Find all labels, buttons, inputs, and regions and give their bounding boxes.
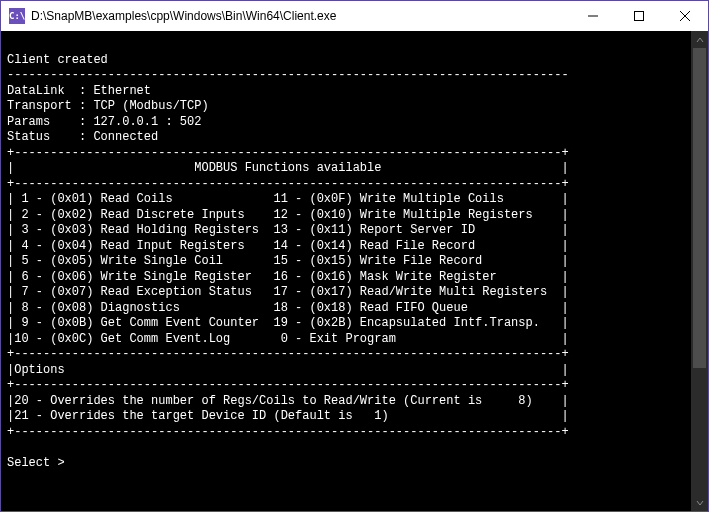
console-line: +---------------------------------------…: [7, 425, 569, 439]
console-line: | 7 - (0x07) Read Exception Status 17 - …: [7, 285, 569, 299]
close-button[interactable]: [662, 1, 708, 31]
console-line: | 1 - (0x01) Read Coils 11 - (0x0F) Writ…: [7, 192, 569, 206]
console-output[interactable]: Client created -------------------------…: [1, 31, 691, 511]
console-line: | 3 - (0x03) Read Holding Registers 13 -…: [7, 223, 569, 237]
console-line: | 9 - (0x0B) Get Comm Event Counter 19 -…: [7, 316, 569, 330]
client-area: Client created -------------------------…: [1, 31, 708, 511]
console-prompt: Select >: [7, 456, 72, 470]
console-line: | MODBUS Functions available |: [7, 161, 569, 175]
maximize-button[interactable]: [616, 1, 662, 31]
console-line: +---------------------------------------…: [7, 146, 569, 160]
minimize-icon: [588, 11, 598, 21]
console-line: Status : Connected: [7, 130, 158, 144]
console-line: | 5 - (0x05) Write Single Coil 15 - (0x1…: [7, 254, 569, 268]
minimize-button[interactable]: [570, 1, 616, 31]
svg-rect-1: [635, 12, 644, 21]
vertical-scrollbar[interactable]: [691, 31, 708, 511]
console-line: |Options |: [7, 363, 569, 377]
scroll-down-button[interactable]: [691, 494, 708, 511]
chevron-up-icon: [696, 36, 704, 44]
app-icon: C:\: [9, 8, 25, 24]
console-line: Client created: [7, 53, 108, 67]
scroll-up-button[interactable]: [691, 31, 708, 48]
console-line: +---------------------------------------…: [7, 347, 569, 361]
maximize-icon: [634, 11, 644, 21]
chevron-down-icon: [696, 499, 704, 507]
console-line: ----------------------------------------…: [7, 68, 569, 82]
console-line: +---------------------------------------…: [7, 177, 569, 191]
console-line: | 2 - (0x02) Read Discrete Inputs 12 - (…: [7, 208, 569, 222]
console-line: +---------------------------------------…: [7, 378, 569, 392]
app-window: C:\ D:\SnapMB\examples\cpp\Windows\Bin\W…: [0, 0, 709, 512]
console-line: | 8 - (0x08) Diagnostics 18 - (0x18) Rea…: [7, 301, 569, 315]
console-line: |10 - (0x0C) Get Comm Event.Log 0 - Exit…: [7, 332, 569, 346]
titlebar: C:\ D:\SnapMB\examples\cpp\Windows\Bin\W…: [1, 1, 708, 31]
console-line: | 4 - (0x04) Read Input Registers 14 - (…: [7, 239, 569, 253]
window-title: D:\SnapMB\examples\cpp\Windows\Bin\Win64…: [31, 9, 336, 23]
console-line: Transport : TCP (Modbus/TCP): [7, 99, 209, 113]
console-line: |20 - Overrides the number of Regs/Coils…: [7, 394, 569, 408]
console-line: | 6 - (0x06) Write Single Register 16 - …: [7, 270, 569, 284]
console-line: |21 - Overrides the target Device ID (De…: [7, 409, 569, 423]
console-line: Params : 127.0.0.1 : 502: [7, 115, 201, 129]
close-icon: [680, 11, 690, 21]
console-line: DataLink : Ethernet: [7, 84, 151, 98]
scroll-thumb[interactable]: [693, 48, 706, 368]
